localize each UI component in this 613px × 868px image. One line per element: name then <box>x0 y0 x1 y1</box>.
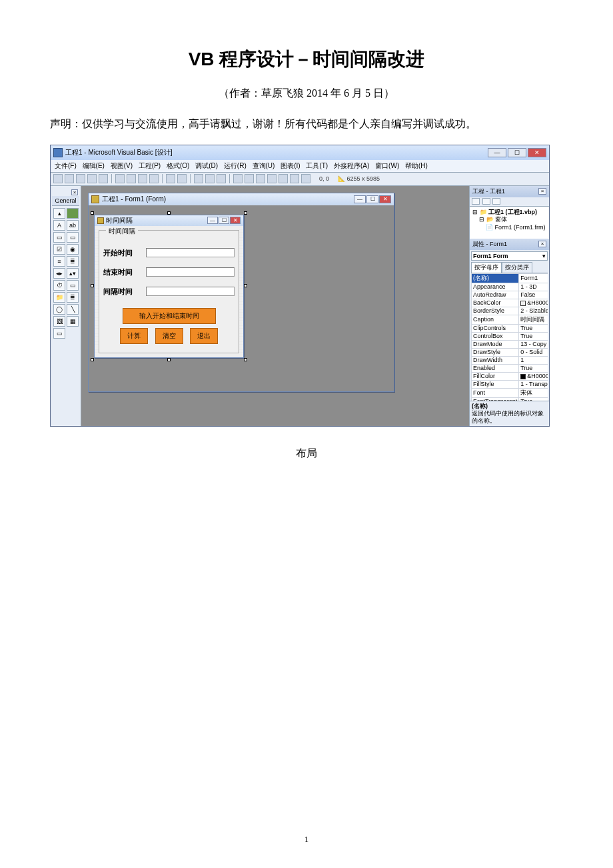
prop-value[interactable]: 1 - 3D <box>519 283 548 291</box>
prop-key[interactable]: BorderStyle <box>472 307 519 315</box>
button-exit[interactable]: 退出 <box>190 328 218 344</box>
tab-alphabetic[interactable]: 按字母序 <box>471 262 502 273</box>
chevron-down-icon[interactable]: ▾ <box>542 253 546 259</box>
textbox-interval-time[interactable] <box>146 287 235 296</box>
tool-commandbutton-icon[interactable]: ▭ <box>67 232 79 243</box>
prop-value[interactable]: 13 - Copy Pen <box>519 340 548 348</box>
tb-break-icon[interactable] <box>205 174 215 183</box>
tb-undo-icon[interactable] <box>166 174 175 183</box>
prop-key[interactable]: AutoRedraw <box>472 291 519 299</box>
menu-diagram[interactable]: 图表(I) <box>281 162 300 169</box>
prop-key[interactable]: FillStyle <box>472 380 519 388</box>
menu-edit[interactable]: 编辑(E) <box>83 162 105 169</box>
prop-key[interactable]: FillColor <box>472 372 519 380</box>
tb-vcm-icon[interactable] <box>301 174 310 183</box>
form-minimize-button[interactable]: — <box>207 217 218 224</box>
textbox-start-time[interactable] <box>146 248 235 257</box>
prop-key[interactable]: DrawStyle <box>472 348 519 356</box>
prop-value[interactable]: Form1 <box>519 273 548 283</box>
prop-value[interactable]: 0 - Solid <box>519 348 548 356</box>
tb-objbrowser-icon[interactable] <box>267 174 277 183</box>
prop-key[interactable]: ControlBox <box>472 332 519 340</box>
tb-open-icon[interactable] <box>87 174 97 183</box>
prop-value[interactable]: 1 - Transparen <box>519 380 548 388</box>
prop-value[interactable]: False <box>519 291 548 299</box>
tb-redo-icon[interactable] <box>177 174 187 183</box>
form-close-button[interactable]: ✕ <box>230 217 241 224</box>
tool-line-icon[interactable]: ╲ <box>67 304 79 315</box>
menu-view[interactable]: 视图(V) <box>111 162 133 169</box>
tool-checkbox-icon[interactable]: ☑ <box>53 244 65 255</box>
tool-dirlist-icon[interactable]: 📁 <box>53 292 65 303</box>
tb-dataview-icon[interactable] <box>290 174 299 183</box>
menu-run[interactable]: 运行(R) <box>224 162 247 169</box>
prop-value[interactable]: 2 - Sizable <box>519 307 548 315</box>
menu-addins[interactable]: 外接程序(A) <box>334 162 369 169</box>
prop-value[interactable]: True <box>519 364 548 372</box>
tool-vscroll-icon[interactable]: ▴▾ <box>67 268 79 279</box>
toolbox-close-icon[interactable]: × <box>71 189 78 195</box>
property-grid[interactable]: (名称)Form1Appearance1 - 3DAutoRedrawFalse… <box>471 273 548 401</box>
maximize-button[interactable]: ☐ <box>508 148 526 157</box>
tb-end-icon[interactable] <box>217 174 226 183</box>
view-code-icon[interactable] <box>472 198 480 205</box>
minimize-button[interactable]: — <box>488 148 506 157</box>
prop-value[interactable]: 宋体 <box>519 388 548 397</box>
tool-filelist-icon[interactable]: ≣ <box>67 292 79 303</box>
menu-tools[interactable]: 工具(T) <box>306 162 328 169</box>
button-input-times[interactable]: 输入开始和结束时间 <box>123 308 216 324</box>
menu-query[interactable]: 查询(U) <box>253 162 275 169</box>
toggle-folders-icon[interactable] <box>492 198 500 205</box>
menu-file[interactable]: 文件(F) <box>55 162 77 169</box>
button-clear[interactable]: 清空 <box>155 328 183 344</box>
tool-shape-icon[interactable]: ◯ <box>53 304 65 315</box>
menu-help[interactable]: 帮助(H) <box>405 162 428 169</box>
prop-value[interactable]: 1 <box>519 356 548 364</box>
prop-key[interactable]: Font <box>472 388 519 397</box>
button-calculate[interactable]: 计算 <box>120 328 148 344</box>
mdi-maximize-button[interactable]: ☐ <box>366 195 378 203</box>
prop-value[interactable]: 时间间隔 <box>519 315 548 324</box>
menu-project[interactable]: 工程(P) <box>139 162 161 169</box>
tool-image-icon[interactable]: 🖼 <box>53 316 65 327</box>
project-tree[interactable]: ⊟ 📁 工程1 (工程1.vbp) ⊟ 📂 窗体 📄 Form1 (Form1.… <box>470 207 549 239</box>
menu-window[interactable]: 窗口(W) <box>375 162 399 169</box>
tab-categorized[interactable]: 按分类序 <box>502 262 532 273</box>
tb-addproject-icon[interactable] <box>53 174 63 183</box>
tool-textbox-icon[interactable]: ab <box>67 220 79 231</box>
prop-key[interactable]: Enabled <box>472 364 519 372</box>
textbox-end-time[interactable] <box>146 267 235 277</box>
tree-project-node[interactable]: 工程1 (工程1.vbp) <box>488 209 537 215</box>
prop-value[interactable]: &H00000000& <box>519 372 548 380</box>
tree-forms-folder[interactable]: 窗体 <box>495 216 507 223</box>
tb-save-icon[interactable] <box>99 174 108 183</box>
tool-picturebox-icon[interactable] <box>67 208 79 219</box>
tb-properties-icon[interactable] <box>245 174 254 183</box>
tool-pointer-icon[interactable]: ▴ <box>53 208 65 219</box>
project-pane-close-icon[interactable]: × <box>538 188 546 195</box>
prop-value[interactable]: True <box>519 324 548 332</box>
mdi-close-button[interactable]: ✕ <box>379 195 391 203</box>
tool-frame-icon[interactable]: ▭ <box>53 232 65 243</box>
form-being-designed[interactable]: 时间间隔 — ☐ ✕ 时间间隔 <box>94 215 244 358</box>
tool-combobox-icon[interactable]: ≡ <box>53 256 65 267</box>
tb-cut-icon[interactable] <box>115 174 125 183</box>
tool-drivelist-icon[interactable]: ▭ <box>67 280 79 291</box>
prop-key[interactable]: DrawWidth <box>472 356 519 364</box>
tool-listbox-icon[interactable]: ≣ <box>67 256 79 267</box>
prop-key[interactable]: Caption <box>472 315 519 324</box>
prop-value[interactable]: True <box>519 332 548 340</box>
tb-menueditor-icon[interactable] <box>76 174 85 183</box>
tb-start-icon[interactable] <box>194 174 203 183</box>
prop-key[interactable]: ClipControls <box>472 324 519 332</box>
view-object-icon[interactable] <box>482 198 490 205</box>
prop-key[interactable]: Appearance <box>472 283 519 291</box>
tool-label-icon[interactable]: A <box>53 220 65 231</box>
frame-time-interval[interactable]: 时间间隔 开始时间 结束时间 <box>99 230 239 353</box>
tb-projexplorer-icon[interactable] <box>233 174 243 183</box>
menu-format[interactable]: 格式(O) <box>167 162 189 169</box>
close-button[interactable]: ✕ <box>528 148 546 157</box>
tool-ole-icon[interactable]: ▭ <box>53 328 65 339</box>
tb-toolbox-icon[interactable] <box>279 174 288 183</box>
tree-form1-node[interactable]: Form1 (Form1.frm) <box>495 224 546 231</box>
